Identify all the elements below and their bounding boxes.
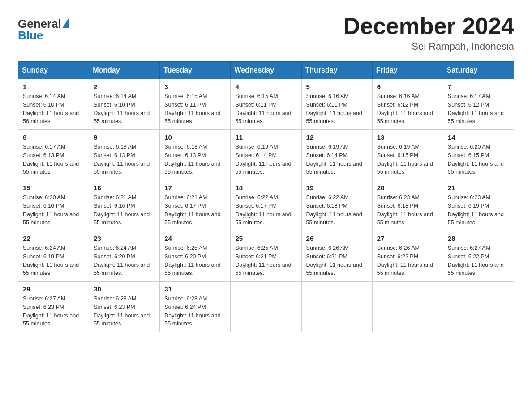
- day-info: Sunrise: 6:24 AMSunset: 6:20 PMDaylight:…: [94, 244, 155, 278]
- day-info: Sunrise: 6:21 AMSunset: 6:16 PMDaylight:…: [94, 193, 155, 227]
- day-info: Sunrise: 6:23 AMSunset: 6:18 PMDaylight:…: [377, 193, 438, 227]
- day-number: 28: [448, 235, 509, 242]
- calendar-cell: 7 Sunrise: 6:17 AMSunset: 6:12 PMDayligh…: [443, 79, 514, 130]
- day-info: Sunrise: 6:19 AMSunset: 6:14 PMDaylight:…: [306, 143, 368, 176]
- day-info: Sunrise: 6:15 AMSunset: 6:11 PMDaylight:…: [235, 92, 296, 126]
- calendar-cell: 28 Sunrise: 6:27 AMSunset: 6:22 PMDaylig…: [443, 231, 514, 282]
- calendar-cell: [301, 282, 372, 332]
- day-info: Sunrise: 6:28 AMSunset: 6:24 PMDaylight:…: [164, 295, 226, 328]
- day-number: 20: [377, 184, 438, 192]
- day-number: 16: [94, 184, 155, 192]
- day-info: Sunrise: 6:25 AMSunset: 6:21 PMDaylight:…: [235, 244, 296, 278]
- header-saturday: Saturday: [443, 62, 514, 79]
- calendar-cell: 31 Sunrise: 6:28 AMSunset: 6:24 PMDaylig…: [160, 282, 231, 332]
- calendar-cell: 14 Sunrise: 6:20 AMSunset: 6:15 PMDaylig…: [443, 130, 514, 180]
- day-number: 21: [448, 184, 509, 192]
- day-info: Sunrise: 6:21 AMSunset: 6:17 PMDaylight:…: [164, 193, 226, 227]
- calendar-cell: 21 Sunrise: 6:23 AMSunset: 6:19 PMDaylig…: [443, 180, 514, 231]
- calendar-table: Sunday Monday Tuesday Wednesday Thursday…: [18, 61, 514, 332]
- day-number: 25: [235, 235, 296, 242]
- calendar-cell: 6 Sunrise: 6:16 AMSunset: 6:12 PMDayligh…: [372, 79, 443, 130]
- day-number: 24: [164, 235, 226, 242]
- day-number: 23: [94, 235, 155, 242]
- calendar-cell: [231, 282, 301, 332]
- logo-blue-text: Blue: [18, 30, 69, 41]
- calendar-cell: 1 Sunrise: 6:14 AMSunset: 6:10 PMDayligh…: [18, 79, 89, 130]
- week-row-2: 8 Sunrise: 6:17 AMSunset: 6:13 PMDayligh…: [18, 130, 514, 180]
- calendar-cell: 23 Sunrise: 6:24 AMSunset: 6:20 PMDaylig…: [89, 231, 160, 282]
- calendar-cell: 17 Sunrise: 6:21 AMSunset: 6:17 PMDaylig…: [160, 180, 231, 231]
- day-number: 4: [235, 83, 296, 90]
- weekday-header-row: Sunday Monday Tuesday Wednesday Thursday…: [18, 62, 514, 79]
- logo-triangle-icon: [62, 18, 69, 28]
- day-number: 26: [306, 235, 368, 242]
- week-row-4: 22 Sunrise: 6:24 AMSunset: 6:19 PMDaylig…: [18, 231, 514, 282]
- logo: General Blue: [18, 18, 69, 41]
- day-number: 7: [448, 83, 509, 90]
- day-number: 14: [448, 133, 509, 141]
- week-row-5: 29 Sunrise: 6:27 AMSunset: 6:23 PMDaylig…: [18, 282, 514, 332]
- calendar-cell: 16 Sunrise: 6:21 AMSunset: 6:16 PMDaylig…: [89, 180, 160, 231]
- calendar-cell: 4 Sunrise: 6:15 AMSunset: 6:11 PMDayligh…: [231, 79, 301, 130]
- day-info: Sunrise: 6:14 AMSunset: 6:10 PMDaylight:…: [94, 92, 155, 126]
- title-area: December 2024 Sei Rampah, Indonesia: [343, 13, 514, 52]
- day-number: 22: [23, 235, 84, 242]
- calendar-cell: 11 Sunrise: 6:19 AMSunset: 6:14 PMDaylig…: [231, 130, 301, 180]
- calendar-cell: 12 Sunrise: 6:19 AMSunset: 6:14 PMDaylig…: [301, 130, 372, 180]
- day-info: Sunrise: 6:17 AMSunset: 6:12 PMDaylight:…: [448, 92, 509, 126]
- day-number: 8: [23, 133, 84, 141]
- calendar-cell: 2 Sunrise: 6:14 AMSunset: 6:10 PMDayligh…: [89, 79, 160, 130]
- day-info: Sunrise: 6:20 AMSunset: 6:16 PMDaylight:…: [23, 193, 84, 227]
- day-number: 31: [164, 285, 226, 293]
- day-info: Sunrise: 6:26 AMSunset: 6:21 PMDaylight:…: [306, 244, 368, 278]
- day-number: 18: [235, 184, 296, 192]
- day-number: 13: [377, 133, 438, 141]
- day-info: Sunrise: 6:19 AMSunset: 6:15 PMDaylight:…: [377, 143, 438, 176]
- day-info: Sunrise: 6:16 AMSunset: 6:11 PMDaylight:…: [306, 92, 368, 126]
- day-info: Sunrise: 6:27 AMSunset: 6:22 PMDaylight:…: [448, 244, 509, 278]
- calendar-cell: 20 Sunrise: 6:23 AMSunset: 6:18 PMDaylig…: [372, 180, 443, 231]
- calendar-cell: 24 Sunrise: 6:25 AMSunset: 6:20 PMDaylig…: [160, 231, 231, 282]
- day-info: Sunrise: 6:22 AMSunset: 6:18 PMDaylight:…: [306, 193, 368, 227]
- day-number: 6: [377, 83, 438, 90]
- day-number: 27: [377, 235, 438, 242]
- day-info: Sunrise: 6:23 AMSunset: 6:19 PMDaylight:…: [448, 193, 509, 227]
- calendar-cell: 9 Sunrise: 6:18 AMSunset: 6:13 PMDayligh…: [89, 130, 160, 180]
- day-info: Sunrise: 6:26 AMSunset: 6:22 PMDaylight:…: [377, 244, 438, 278]
- location-subtitle: Sei Rampah, Indonesia: [343, 41, 514, 52]
- calendar-cell: 29 Sunrise: 6:27 AMSunset: 6:23 PMDaylig…: [18, 282, 89, 332]
- page-header: General Blue December 2024 Sei Rampah, I…: [18, 13, 514, 52]
- day-info: Sunrise: 6:19 AMSunset: 6:14 PMDaylight:…: [235, 143, 296, 176]
- calendar-cell: 18 Sunrise: 6:22 AMSunset: 6:17 PMDaylig…: [231, 180, 301, 231]
- calendar-cell: 3 Sunrise: 6:15 AMSunset: 6:11 PMDayligh…: [160, 79, 231, 130]
- day-number: 3: [164, 83, 226, 90]
- calendar-cell: 19 Sunrise: 6:22 AMSunset: 6:18 PMDaylig…: [301, 180, 372, 231]
- header-monday: Monday: [89, 62, 160, 79]
- day-number: 10: [164, 133, 226, 141]
- calendar-cell: 15 Sunrise: 6:20 AMSunset: 6:16 PMDaylig…: [18, 180, 89, 231]
- day-info: Sunrise: 6:16 AMSunset: 6:12 PMDaylight:…: [377, 92, 438, 126]
- header-thursday: Thursday: [301, 62, 372, 79]
- day-number: 17: [164, 184, 226, 192]
- calendar-cell: 26 Sunrise: 6:26 AMSunset: 6:21 PMDaylig…: [301, 231, 372, 282]
- day-number: 30: [94, 285, 155, 293]
- day-info: Sunrise: 6:24 AMSunset: 6:19 PMDaylight:…: [23, 244, 84, 278]
- day-number: 5: [306, 83, 368, 90]
- day-info: Sunrise: 6:14 AMSunset: 6:10 PMDaylight:…: [23, 92, 84, 126]
- day-number: 19: [306, 184, 368, 192]
- day-info: Sunrise: 6:18 AMSunset: 6:13 PMDaylight:…: [164, 143, 226, 176]
- day-info: Sunrise: 6:28 AMSunset: 6:23 PMDaylight:…: [94, 295, 155, 328]
- day-info: Sunrise: 6:25 AMSunset: 6:20 PMDaylight:…: [164, 244, 226, 278]
- calendar-cell: [372, 282, 443, 332]
- day-number: 9: [94, 133, 155, 141]
- header-tuesday: Tuesday: [160, 62, 231, 79]
- calendar-cell: 25 Sunrise: 6:25 AMSunset: 6:21 PMDaylig…: [231, 231, 301, 282]
- calendar-cell: 30 Sunrise: 6:28 AMSunset: 6:23 PMDaylig…: [89, 282, 160, 332]
- day-number: 11: [235, 133, 296, 141]
- day-number: 1: [23, 83, 84, 90]
- day-info: Sunrise: 6:18 AMSunset: 6:13 PMDaylight:…: [94, 143, 155, 176]
- day-info: Sunrise: 6:15 AMSunset: 6:11 PMDaylight:…: [164, 92, 226, 126]
- calendar-cell: [443, 282, 514, 332]
- calendar-cell: 10 Sunrise: 6:18 AMSunset: 6:13 PMDaylig…: [160, 130, 231, 180]
- week-row-3: 15 Sunrise: 6:20 AMSunset: 6:16 PMDaylig…: [18, 180, 514, 231]
